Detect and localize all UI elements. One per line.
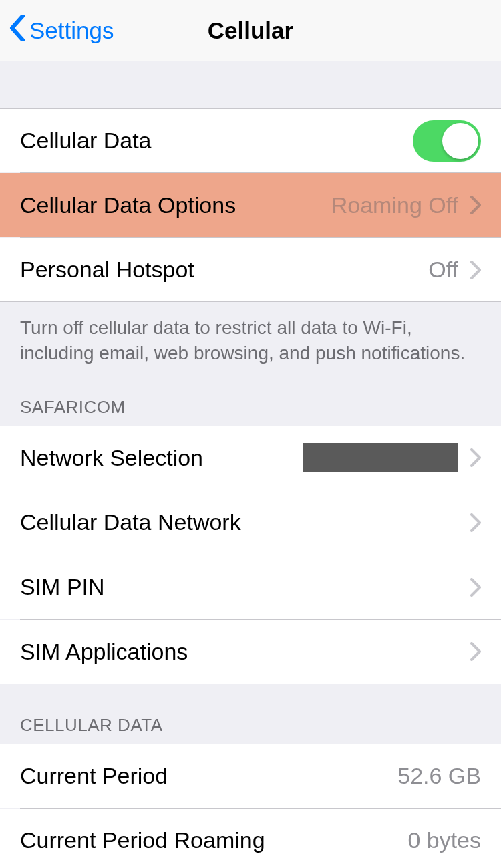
current-period-roaming-label: Current Period Roaming bbox=[20, 827, 407, 853]
chevron-right-icon bbox=[470, 513, 481, 532]
sim-applications-label: SIM Applications bbox=[20, 639, 470, 665]
current-period-row: Current Period 52.6 GB bbox=[0, 744, 501, 808]
chevron-left-icon bbox=[9, 15, 29, 47]
cellular-data-toggle[interactable] bbox=[413, 120, 481, 162]
chevron-right-icon bbox=[470, 261, 481, 279]
sim-applications-row[interactable]: SIM Applications bbox=[0, 620, 501, 684]
back-button[interactable]: Settings bbox=[0, 15, 114, 47]
group1-footer: Turn off cellular data to restrict all d… bbox=[0, 302, 501, 366]
sim-pin-row[interactable]: SIM PIN bbox=[0, 555, 501, 619]
personal-hotspot-row[interactable]: Personal Hotspot Off bbox=[0, 238, 501, 302]
cellular-data-options-row[interactable]: Cellular Data Options Roaming Off bbox=[0, 173, 501, 237]
cellular-data-network-label: Cellular Data Network bbox=[20, 509, 470, 535]
chevron-right-icon bbox=[470, 642, 481, 661]
chevron-right-icon bbox=[470, 448, 481, 467]
network-selection-label: Network Selection bbox=[20, 445, 303, 471]
sim-pin-label: SIM PIN bbox=[20, 574, 470, 600]
chevron-right-icon bbox=[470, 578, 481, 597]
cellular-data-options-value: Roaming Off bbox=[331, 192, 458, 219]
cellular-data-network-row[interactable]: Cellular Data Network bbox=[0, 490, 501, 555]
back-label: Settings bbox=[29, 17, 114, 44]
current-period-roaming-value: 0 bytes bbox=[407, 827, 481, 853]
current-period-value: 52.6 GB bbox=[397, 763, 481, 789]
personal-hotspot-value: Off bbox=[428, 257, 458, 283]
usage-header: CELLULAR DATA bbox=[0, 684, 501, 744]
current-period-label: Current Period bbox=[20, 763, 397, 789]
cellular-data-options-label: Cellular Data Options bbox=[20, 192, 331, 219]
personal-hotspot-label: Personal Hotspot bbox=[20, 257, 428, 283]
page-title: Cellular bbox=[208, 17, 293, 44]
carrier-header: SAFARICOM bbox=[0, 366, 501, 426]
cellular-data-label: Cellular Data bbox=[20, 128, 413, 154]
chevron-right-icon bbox=[470, 196, 481, 214]
cellular-data-row[interactable]: Cellular Data bbox=[0, 108, 501, 172]
navigation-bar: Settings Cellular bbox=[0, 0, 501, 61]
network-selection-row[interactable]: Network Selection bbox=[0, 426, 501, 490]
network-selection-value-redacted bbox=[303, 443, 458, 472]
current-period-roaming-row: Current Period Roaming 0 bytes bbox=[0, 809, 501, 868]
